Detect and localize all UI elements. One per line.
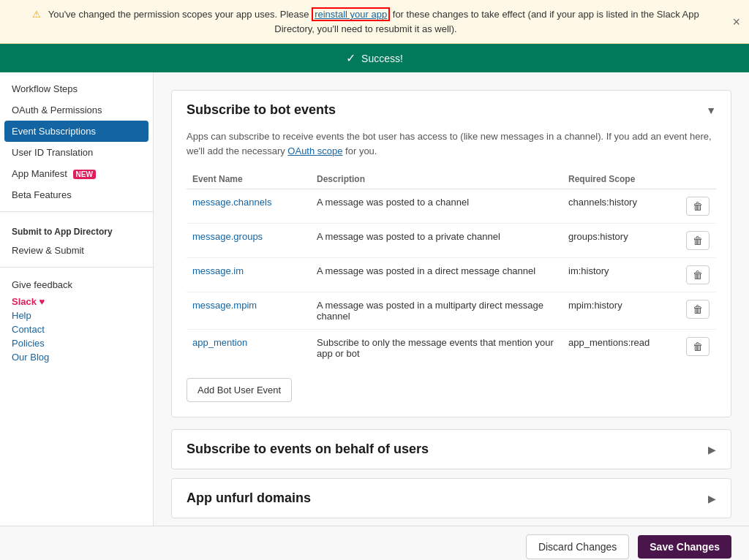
sidebar-item-user-id-translation[interactable]: User ID Translation [0,142,153,163]
col-header-description: Description [311,170,562,189]
sidebar-divider-2 [0,267,153,268]
event-scope: groups:history [562,224,680,258]
bot-events-card: Subscribe to bot events ▼ Apps can subsc… [171,90,731,417]
event-description: A message was posted in a direct message… [311,258,562,292]
delete-event-button[interactable]: 🗑 [686,265,710,284]
bot-events-description: Apps can subscribe to receive events the… [187,129,716,158]
event-description: A message was posted in a multiparty dir… [311,292,562,330]
delete-event-button[interactable]: 🗑 [686,337,710,356]
event-name-link[interactable]: app_mention [192,337,247,348]
col-header-event-name: Event Name [187,170,311,189]
sidebar-divider [0,211,153,212]
events-table-body: message.channels A message was posted to… [187,189,716,367]
new-badge: NEW [73,170,96,179]
table-row: message.groups A message was posted to a… [187,224,716,258]
close-warning-button[interactable]: × [732,15,740,29]
event-scope: mpim:history [562,292,680,330]
sidebar-item-beta-features[interactable]: Beta Features [0,184,153,205]
bot-events-header[interactable]: Subscribe to bot events ▼ [172,91,731,129]
event-description: Subscribe to only the message events tha… [311,330,562,367]
event-name-link[interactable]: message.groups [192,231,263,242]
chevron-right-icon: ▶ [708,444,716,455]
event-name-link[interactable]: message.im [192,265,244,276]
table-row: message.im A message was posted in a dir… [187,258,716,292]
check-icon: ✓ [346,51,355,65]
bot-events-body: Apps can subscribe to receive events the… [172,129,731,417]
event-scope: im:history [562,258,680,292]
main-content: Subscribe to bot events ▼ Apps can subsc… [154,72,749,526]
warning-banner: ⚠ You've changed the permission scopes y… [0,0,749,44]
user-events-header[interactable]: Subscribe to events on behalf of users ▶ [172,430,731,469]
event-scope: app_mentions:read [562,330,680,367]
sidebar-item-workflow-steps[interactable]: Workflow Steps [0,78,153,99]
our-blog-link[interactable]: Our Blog [12,352,141,363]
discard-changes-button[interactable]: Discard Changes [526,534,629,559]
delete-event-button[interactable]: 🗑 [686,300,710,319]
warning-text-before: You've changed the permission scopes you… [48,9,312,20]
add-bot-user-event-button[interactable]: Add Bot User Event [187,378,292,402]
table-head: Event Name Description Required Scope [187,170,716,189]
event-description: A message was posted to a private channe… [311,224,562,258]
user-events-title: Subscribe to events on behalf of users [187,442,429,457]
col-header-action [680,170,716,189]
success-text: Success! [361,53,403,64]
delete-event-button[interactable]: 🗑 [686,197,710,216]
success-bar: ✓ Success! [0,44,749,72]
warning-icon: ⚠ [32,9,41,20]
help-link[interactable]: Help [12,310,141,321]
table-row: message.mpim A message was posted in a m… [187,292,716,330]
user-events-card: Subscribe to events on behalf of users ▶ [171,429,731,469]
main-layout: Workflow Steps OAuth & Permissions Event… [0,72,749,526]
unfurl-header[interactable]: App unfurl domains ▶ [172,479,731,518]
table-row: app_mention Subscribe to only the messag… [187,330,716,367]
sidebar: Workflow Steps OAuth & Permissions Event… [0,72,154,526]
event-scope: channels:history [562,189,680,224]
delete-event-button[interactable]: 🗑 [686,231,710,250]
sidebar-item-oauth-permissions[interactable]: OAuth & Permissions [0,99,153,121]
bottom-bar: Discard Changes Save Changes [0,526,749,560]
save-changes-button[interactable]: Save Changes [638,535,731,559]
unfurl-domains-card: App unfurl domains ▶ [171,478,731,518]
give-feedback-link[interactable]: Give feedback [12,279,141,290]
sidebar-item-app-manifest[interactable]: App Manifest NEW [0,163,153,184]
chevron-down-icon: ▼ [706,105,716,116]
event-name-link[interactable]: message.channels [192,197,271,208]
events-table: Event Name Description Required Scope me… [187,170,716,366]
chevron-right-icon-2: ▶ [708,493,716,504]
table-row: message.channels A message was posted to… [187,189,716,224]
reinstall-link[interactable]: reinstall your app [312,7,390,21]
event-description: A message was posted to a channel [311,189,562,224]
bot-events-title: Subscribe to bot events [187,102,336,118]
sidebar-footer: Give feedback Slack ♥ Help Contact Polic… [0,273,153,371]
unfurl-title: App unfurl domains [187,491,311,506]
event-name-link[interactable]: message.mpim [192,300,257,311]
contact-link[interactable]: Contact [12,324,141,335]
sidebar-item-event-subscriptions[interactable]: Event Subscriptions [4,121,148,142]
slack-link[interactable]: Slack ♥ [12,296,141,307]
sidebar-item-review-submit[interactable]: Review & Submit [0,240,153,261]
oauth-scope-link[interactable]: OAuth scope [287,145,342,156]
submit-section-title[interactable]: Submit to App Directory [0,218,153,240]
policies-link[interactable]: Policies [12,338,141,349]
col-header-required-scope: Required Scope [562,170,680,189]
